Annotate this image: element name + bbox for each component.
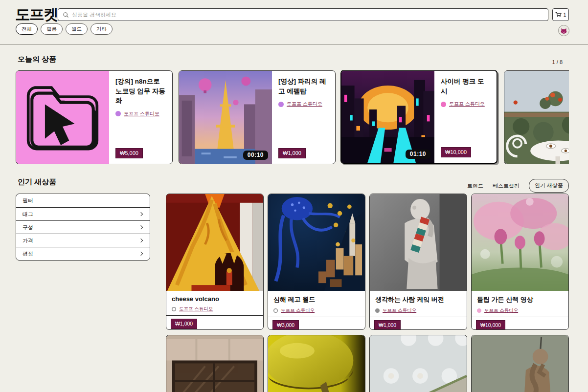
filter-panel: 필터 태그 구성 가격 평점 — [16, 194, 150, 261]
filter-item-label: 태그 — [23, 211, 33, 218]
video-duration-badge: 01:10 — [406, 150, 430, 159]
product-image-thinker-statue[interactable] — [370, 194, 467, 291]
profile-avatar[interactable] — [558, 25, 569, 36]
chip-etc[interactable]: 기타 — [90, 23, 113, 35]
filter-item-composition[interactable]: 구성 — [16, 220, 150, 234]
product-title: [강의] n8n으로 노코딩 업무 자동화 — [115, 77, 166, 106]
studio-row: 도프프 스튜디오 — [441, 101, 490, 108]
tab-bestseller[interactable]: 베스트셀러 — [493, 182, 520, 190]
filter-item-rating[interactable]: 평점 — [16, 247, 150, 260]
today-section-title: 오늘의 상품 — [18, 55, 56, 64]
product-info: 사이버 펑크 도시 도프프 스튜디오 ₩10,000 — [434, 71, 497, 163]
cart-count: 1 — [564, 12, 566, 18]
product-image-deepsea-octopus[interactable] — [268, 194, 365, 291]
product-card-storefront[interactable] — [166, 335, 264, 392]
price-badge: ₩1,000 — [374, 320, 401, 330]
product-image-terrace-cafe[interactable] — [504, 71, 569, 164]
product-info: 생각하는 사람 케잌 버전 도프프 스튜디오 — [370, 291, 467, 317]
studio-dot — [375, 308, 380, 313]
product-title: 사이버 펑크 도시 — [441, 77, 490, 96]
filter-header: 필터 — [16, 194, 150, 207]
product-card-stone-statue[interactable] — [471, 335, 569, 392]
carousel-pagination: 1 / 8 — [552, 59, 563, 65]
filter-item-label: 평점 — [23, 250, 33, 258]
price-row: ₩1,000 — [370, 317, 467, 330]
studio-row: 도프프 스튜디오 — [115, 110, 166, 117]
popular-tabs: 트렌드 베스트셀러 인기 새상품 — [467, 179, 569, 193]
studio-link[interactable]: 도프프 스튜디오 — [383, 307, 416, 314]
studio-row: 도프프 스튜디오 — [172, 306, 258, 312]
filter-item-price[interactable]: 가격 — [16, 234, 150, 247]
chip-world[interactable]: 월드 — [66, 23, 88, 35]
product-info: [강의] n8n으로 노코딩 업무 자동화 도프프 스튜디오 ₩5,000 — [109, 71, 172, 164]
product-card-cheese-volcano[interactable]: cheese volcano 도프프 스튜디오 ₩1,000 — [166, 194, 264, 330]
product-image-yellow-lamp[interactable] — [268, 335, 365, 392]
studio-row: 도프프 스튜디오 — [375, 307, 461, 314]
studio-link[interactable]: 도프프 스튜디오 — [281, 307, 315, 314]
studio-dot — [273, 308, 278, 313]
product-title: 심해 레고 월드 — [273, 295, 360, 304]
price-row: ₩3,000 — [268, 317, 365, 330]
chevron-right-icon — [139, 212, 143, 216]
chevron-right-icon — [139, 252, 143, 256]
cart-button[interactable]: 1 — [552, 8, 569, 21]
today-card-paris-lego[interactable]: 00:10 [영상] 파리의 레고 에펠탑 도프프 스튜디오 ₩1,000 — [179, 70, 336, 164]
popular-section-title: 인기 새상품 — [18, 177, 56, 187]
studio-dot — [115, 111, 121, 116]
studio-link[interactable]: 도프프 스튜디오 — [484, 307, 518, 314]
studio-dot — [477, 308, 481, 313]
price-badge: ₩10,000 — [441, 147, 471, 157]
price-badge: ₩10,000 — [476, 320, 505, 330]
product-image-folder-cursor[interactable] — [16, 71, 109, 164]
product-card-deepsea-lego[interactable]: 심해 레고 월드 도프프 스튜디오 ₩3,000 — [268, 194, 365, 330]
tab-trend[interactable]: 트렌드 — [467, 182, 483, 190]
product-image-cyberpunk[interactable]: 01:10 — [341, 71, 434, 163]
product-card-tulip-garden[interactable]: 튤립 가든 산책 영상 도프프 스튜디오 ₩10,000 — [471, 194, 569, 330]
studio-link[interactable]: 도프프 스튜디오 — [179, 306, 213, 312]
search-input[interactable] — [72, 12, 543, 18]
product-image-storefront[interactable] — [166, 335, 263, 392]
studio-link[interactable]: 도프프 스튜디오 — [124, 110, 159, 117]
product-title: [영상] 파리의 레고 에펠탑 — [278, 77, 329, 96]
studio-row: 도프프 스튜디오 — [273, 307, 360, 314]
product-title: 튤립 가든 산책 영상 — [477, 295, 563, 304]
product-info: cheese volcano 도프프 스튜디오 — [166, 291, 263, 315]
chip-all[interactable]: 전체 — [16, 23, 38, 35]
product-card-yellow-lamp[interactable] — [268, 335, 365, 392]
search-bar — [58, 8, 548, 21]
product-image-paris-eiffel[interactable]: 00:10 — [179, 71, 272, 164]
product-card-beach-walk[interactable] — [369, 335, 467, 392]
product-image-cheese-volcano[interactable] — [166, 194, 263, 291]
dopket-marketplace-page: 도프켓 1 전체 필름 월드 기타 오늘의 상품 1 / 8 — [0, 0, 588, 392]
chevron-right-icon — [139, 239, 143, 242]
product-image-tulip-garden[interactable] — [472, 194, 568, 291]
product-image-beach-walk[interactable] — [370, 335, 467, 392]
product-title: cheese volcano — [172, 295, 258, 303]
price-row: ₩1,000 — [166, 315, 263, 330]
chip-film[interactable]: 필름 — [41, 23, 63, 35]
studio-link[interactable]: 도프프 스튜디오 — [449, 101, 485, 108]
product-image-stone-statue[interactable] — [472, 335, 568, 392]
price-badge: ₩5,000 — [115, 148, 143, 158]
product-info: 튤립 가든 산책 영상 도프프 스튜디오 — [472, 291, 568, 317]
chip-label: 전체 — [22, 26, 32, 33]
today-card-cyberpunk-city[interactable]: 01:10 사이버 펑크 도시 도프프 스튜디오 ₩10,000 — [340, 70, 498, 164]
studio-dot — [278, 102, 284, 107]
product-info: [영상] 파리의 레고 에펠탑 도프프 스튜디오 ₩1,000 — [272, 71, 335, 164]
price-row: ₩10,000 — [472, 317, 568, 330]
filter-item-tags[interactable]: 태그 — [16, 207, 150, 220]
product-title: 생각하는 사람 케잌 버전 — [375, 295, 461, 304]
video-duration-badge: 00:10 — [243, 151, 268, 160]
header-divider — [0, 44, 588, 44]
studio-dot — [441, 102, 446, 107]
studio-link[interactable]: 도프프 스튜디오 — [287, 101, 322, 108]
search-icon — [63, 12, 69, 18]
site-logo[interactable]: 도프켓 — [15, 4, 58, 25]
tab-popular-new[interactable]: 인기 새상품 — [529, 179, 569, 193]
today-card-terrace-cafe[interactable] — [504, 70, 569, 164]
today-card-n8n-course[interactable]: [강의] n8n으로 노코딩 업무 자동화 도프프 스튜디오 ₩5,000 — [16, 70, 173, 164]
chevron-right-icon — [139, 225, 143, 229]
price-badge: ₩1,000 — [278, 148, 306, 158]
chip-label: 월드 — [71, 26, 82, 33]
product-card-thinker-cake[interactable]: 생각하는 사람 케잌 버전 도프프 스튜디오 ₩1,000 — [369, 194, 467, 330]
